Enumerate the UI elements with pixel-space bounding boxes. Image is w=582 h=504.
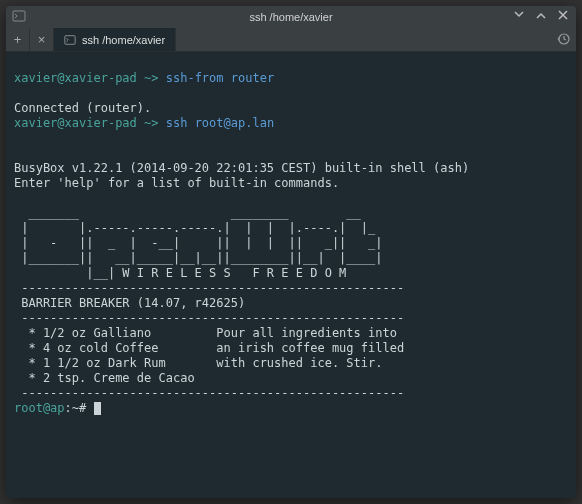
separator-line: ----------------------------------------… (14, 311, 404, 325)
ascii-art: | - || _ | -__| || | | || _|| _| (14, 236, 382, 250)
history-icon[interactable] (556, 32, 570, 46)
tab-ssh[interactable]: ssh /home/xavier (54, 28, 176, 51)
ascii-art: | |.-----.-----.-----.| | | |.----.| |_ (14, 221, 375, 235)
minimize-icon[interactable] (512, 8, 526, 22)
titlebar[interactable]: ssh /home/xavier (6, 6, 576, 28)
tabbar: + × ssh /home/xavier (6, 28, 576, 52)
window-title: ssh /home/xavier (249, 11, 332, 23)
recipe-line: * 2 tsp. Creme de Cacao (14, 371, 195, 385)
output-line: BusyBox v1.22.1 (2014-09-20 22:01:35 CES… (14, 161, 469, 175)
recipe-line: * 1 1/2 oz Dark Rum with crushed ice. St… (14, 356, 382, 370)
recipe-line: * 4 oz cold Coffee an irish coffee mug f… (14, 341, 404, 355)
cmd-arg: root@ap.lan (187, 116, 274, 130)
maximize-icon[interactable] (534, 8, 548, 22)
tab-icon (64, 34, 76, 46)
close-tab-button[interactable]: × (30, 28, 54, 51)
cmd: ssh (166, 116, 188, 130)
cursor (94, 402, 101, 415)
prompt-rest: :~# (65, 401, 94, 415)
separator-line: ----------------------------------------… (14, 281, 404, 295)
recipe-line: * 1/2 oz Galliano Pour all ingredients i… (14, 326, 397, 340)
close-icon[interactable] (556, 8, 570, 22)
prompt-sep: ~> (137, 116, 166, 130)
ascii-art: _______ ________ __ (14, 206, 361, 220)
output-line: Enter 'help' for a list of built-in comm… (14, 176, 339, 190)
cmd-arg: router (224, 71, 275, 85)
separator-line: ----------------------------------------… (14, 386, 404, 400)
cmd: ssh-from (166, 71, 224, 85)
output-line: Connected (router). (14, 101, 151, 115)
new-tab-button[interactable]: + (6, 28, 30, 51)
ascii-art: |_______|| __|_____|__|__||________||__|… (14, 251, 382, 265)
terminal-output[interactable]: xavier@xavier-pad ~> ssh-from router Con… (6, 52, 576, 498)
release-line: BARRIER BREAKER (14.07, r42625) (14, 296, 245, 310)
prompt-sep: ~> (137, 71, 166, 85)
prompt-user: xavier@xavier-pad (14, 116, 137, 130)
tab-label: ssh /home/xavier (82, 34, 165, 46)
ascii-art: |__| W I R E L E S S F R E E D O M (14, 266, 346, 280)
terminal-window: ssh /home/xavier + × ssh /home/xavier xa… (6, 6, 576, 498)
app-icon (12, 9, 26, 23)
svg-rect-1 (65, 35, 75, 44)
prompt-user: xavier@xavier-pad (14, 71, 137, 85)
svg-rect-0 (13, 11, 25, 21)
prompt-user: root@ap (14, 401, 65, 415)
